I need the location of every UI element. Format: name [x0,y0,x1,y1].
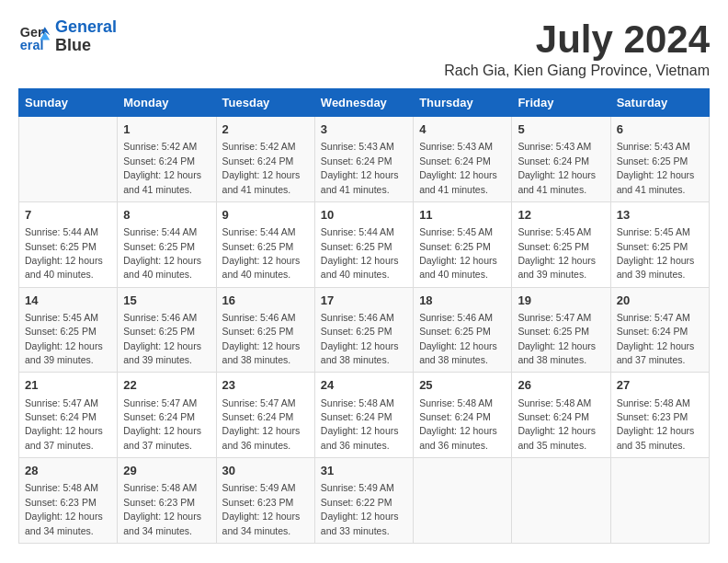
day-number: 6 [617,121,703,138]
calendar-header-row: SundayMondayTuesdayWednesdayThursdayFrid… [19,89,710,117]
calendar-cell: 24Sunrise: 5:48 AMSunset: 6:24 PMDayligh… [314,373,413,458]
cell-info: Sunrise: 5:45 AMSunset: 6:25 PMDaylight:… [518,226,596,280]
header-thursday: Thursday [414,89,512,117]
cell-info: Sunrise: 5:44 AMSunset: 6:25 PMDaylight:… [25,226,103,280]
cell-info: Sunrise: 5:47 AMSunset: 6:25 PMDaylight:… [518,312,596,365]
cell-info: Sunrise: 5:47 AMSunset: 6:24 PMDaylight:… [222,397,301,451]
cell-info: Sunrise: 5:48 AMSunset: 6:23 PMDaylight:… [123,482,201,535]
cell-info: Sunrise: 5:42 AMSunset: 6:24 PMDaylight:… [222,141,301,194]
calendar-cell [19,117,118,202]
cell-info: Sunrise: 5:47 AMSunset: 6:24 PMDaylight:… [25,397,103,451]
page-header: Gen eral General Blue July 2024 Rach Gia… [18,18,710,79]
calendar-week-5: 28Sunrise: 5:48 AMSunset: 6:23 PMDayligh… [19,458,710,544]
header-saturday: Saturday [610,89,709,117]
calendar-cell: 19Sunrise: 5:47 AMSunset: 6:25 PMDayligh… [512,287,610,373]
calendar-cell: 26Sunrise: 5:48 AMSunset: 6:24 PMDayligh… [512,373,610,458]
calendar-cell [414,458,512,544]
cell-info: Sunrise: 5:48 AMSunset: 6:24 PMDaylight:… [518,397,596,451]
day-number: 28 [25,463,111,479]
cell-info: Sunrise: 5:46 AMSunset: 6:25 PMDaylight:… [222,312,301,365]
cell-info: Sunrise: 5:44 AMSunset: 6:25 PMDaylight:… [321,226,399,280]
day-number: 31 [321,463,407,479]
cell-info: Sunrise: 5:42 AMSunset: 6:24 PMDaylight:… [123,141,201,194]
calendar-cell: 31Sunrise: 5:49 AMSunset: 6:22 PMDayligh… [314,458,413,544]
day-number: 14 [25,293,111,309]
cell-info: Sunrise: 5:46 AMSunset: 6:25 PMDaylight:… [321,312,399,365]
calendar-cell: 15Sunrise: 5:46 AMSunset: 6:25 PMDayligh… [118,287,216,373]
day-number: 18 [419,293,506,309]
logo-icon: Gen eral [18,20,51,53]
calendar-cell: 28Sunrise: 5:48 AMSunset: 6:23 PMDayligh… [19,458,118,544]
day-number: 8 [123,207,210,224]
header-sunday: Sunday [19,89,118,117]
calendar-cell: 7Sunrise: 5:44 AMSunset: 6:25 PMDaylight… [19,201,118,287]
day-number: 11 [419,207,506,224]
day-number: 9 [222,207,309,224]
cell-info: Sunrise: 5:43 AMSunset: 6:25 PMDaylight:… [617,141,695,194]
cell-info: Sunrise: 5:48 AMSunset: 6:24 PMDaylight:… [419,397,497,451]
day-number: 17 [321,293,407,309]
calendar-week-4: 21Sunrise: 5:47 AMSunset: 6:24 PMDayligh… [19,373,710,458]
calendar-cell: 2Sunrise: 5:42 AMSunset: 6:24 PMDaylight… [216,117,314,202]
day-number: 3 [321,121,407,138]
header-wednesday: Wednesday [314,89,413,117]
cell-info: Sunrise: 5:47 AMSunset: 6:24 PMDaylight:… [617,312,695,365]
calendar-cell: 13Sunrise: 5:45 AMSunset: 6:25 PMDayligh… [610,201,709,287]
svg-text:eral: eral [20,38,44,52]
calendar-cell: 16Sunrise: 5:46 AMSunset: 6:25 PMDayligh… [216,287,314,373]
page-subtitle: Rach Gia, Kien Giang Province, Vietnam [444,63,710,79]
calendar-cell: 18Sunrise: 5:46 AMSunset: 6:25 PMDayligh… [414,287,512,373]
calendar-cell [512,458,610,544]
cell-info: Sunrise: 5:46 AMSunset: 6:25 PMDaylight:… [419,312,497,365]
cell-info: Sunrise: 5:48 AMSunset: 6:23 PMDaylight:… [25,482,103,535]
calendar-cell: 5Sunrise: 5:43 AMSunset: 6:24 PMDaylight… [512,117,610,202]
day-number: 21 [25,377,111,394]
calendar-cell: 8Sunrise: 5:44 AMSunset: 6:25 PMDaylight… [118,201,216,287]
day-number: 27 [617,377,703,394]
calendar-cell: 14Sunrise: 5:45 AMSunset: 6:25 PMDayligh… [19,287,118,373]
calendar-cell: 11Sunrise: 5:45 AMSunset: 6:25 PMDayligh… [414,201,512,287]
logo-text-line1: General [55,18,117,37]
day-number: 29 [123,463,210,479]
day-number: 24 [321,377,407,394]
day-number: 13 [617,207,703,224]
day-number: 1 [123,121,210,138]
cell-info: Sunrise: 5:46 AMSunset: 6:25 PMDaylight:… [123,312,201,365]
day-number: 25 [419,377,506,394]
cell-info: Sunrise: 5:45 AMSunset: 6:25 PMDaylight:… [617,226,695,280]
calendar-cell: 27Sunrise: 5:48 AMSunset: 6:23 PMDayligh… [610,373,709,458]
calendar-week-1: 1Sunrise: 5:42 AMSunset: 6:24 PMDaylight… [19,117,710,202]
cell-info: Sunrise: 5:47 AMSunset: 6:24 PMDaylight:… [123,397,201,451]
calendar-cell: 17Sunrise: 5:46 AMSunset: 6:25 PMDayligh… [314,287,413,373]
day-number: 30 [222,463,309,479]
calendar-cell: 10Sunrise: 5:44 AMSunset: 6:25 PMDayligh… [314,201,413,287]
day-number: 4 [419,121,506,138]
day-number: 5 [518,121,604,138]
day-number: 26 [518,377,604,394]
calendar-cell: 25Sunrise: 5:48 AMSunset: 6:24 PMDayligh… [414,373,512,458]
calendar-cell: 12Sunrise: 5:45 AMSunset: 6:25 PMDayligh… [512,201,610,287]
cell-info: Sunrise: 5:45 AMSunset: 6:25 PMDaylight:… [25,312,103,365]
calendar-cell: 21Sunrise: 5:47 AMSunset: 6:24 PMDayligh… [19,373,118,458]
cell-info: Sunrise: 5:43 AMSunset: 6:24 PMDaylight:… [419,141,497,194]
calendar-cell: 3Sunrise: 5:43 AMSunset: 6:24 PMDaylight… [314,117,413,202]
cell-info: Sunrise: 5:49 AMSunset: 6:23 PMDaylight:… [222,482,301,535]
day-number: 16 [222,293,309,309]
day-number: 20 [617,293,703,309]
cell-info: Sunrise: 5:48 AMSunset: 6:24 PMDaylight:… [321,397,399,451]
cell-info: Sunrise: 5:44 AMSunset: 6:25 PMDaylight:… [222,226,301,280]
calendar-cell: 9Sunrise: 5:44 AMSunset: 6:25 PMDaylight… [216,201,314,287]
calendar-cell: 29Sunrise: 5:48 AMSunset: 6:23 PMDayligh… [118,458,216,544]
day-number: 23 [222,377,309,394]
day-number: 22 [123,377,210,394]
cell-info: Sunrise: 5:49 AMSunset: 6:22 PMDaylight:… [321,482,399,535]
header-monday: Monday [118,89,216,117]
calendar-cell: 1Sunrise: 5:42 AMSunset: 6:24 PMDaylight… [118,117,216,202]
calendar-cell: 22Sunrise: 5:47 AMSunset: 6:24 PMDayligh… [118,373,216,458]
day-number: 15 [123,293,210,309]
title-section: July 2024 Rach Gia, Kien Giang Province,… [444,18,710,79]
calendar-table: SundayMondayTuesdayWednesdayThursdayFrid… [18,88,710,544]
day-number: 2 [222,121,309,138]
calendar-cell [610,458,709,544]
calendar-cell: 4Sunrise: 5:43 AMSunset: 6:24 PMDaylight… [414,117,512,202]
